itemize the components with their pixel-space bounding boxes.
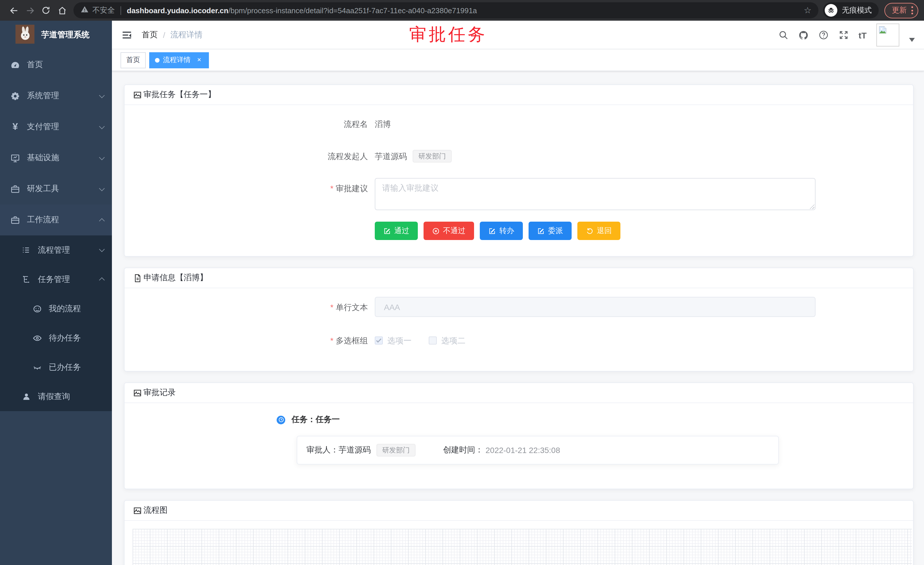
undo-icon bbox=[586, 227, 593, 234]
sidebar-item-label: 已办任务 bbox=[49, 362, 81, 373]
chevron-down-icon bbox=[99, 123, 105, 129]
sidebar-item-workflow[interactable]: 工作流程 bbox=[0, 204, 112, 236]
sidebar-item-leave-query[interactable]: 请假查询 bbox=[0, 382, 112, 411]
briefcase-icon bbox=[10, 215, 20, 225]
picture-icon bbox=[133, 388, 142, 397]
search-icon[interactable] bbox=[778, 30, 789, 40]
chevron-down-icon bbox=[99, 92, 105, 98]
close-icon[interactable]: × bbox=[195, 56, 203, 64]
warning-icon[interactable] bbox=[80, 5, 89, 16]
record-detail-card: 审批人： 芋道源码 研发部门 创建时间： 2022-01-21 22:35:08 bbox=[297, 436, 779, 464]
incognito-badge: 无痕模式 bbox=[823, 2, 879, 18]
hamburger-icon[interactable] bbox=[121, 29, 133, 41]
browser-menu-icon[interactable] bbox=[911, 6, 913, 14]
card-title: 审批任务【任务一】 bbox=[144, 90, 216, 100]
sidebar-item-todo-tasks[interactable]: 待办任务 bbox=[0, 323, 112, 353]
form-row-checkbox: *多选框组 选项一 选项二 bbox=[136, 330, 902, 351]
list-icon bbox=[21, 245, 31, 255]
tab-label: 首页 bbox=[126, 55, 140, 65]
annotation-text: 审批任务 bbox=[409, 23, 487, 47]
broken-image-icon bbox=[878, 25, 887, 35]
circle-x-icon bbox=[432, 227, 440, 234]
dept-tag: 研发部门 bbox=[376, 444, 416, 457]
suggestion-textarea[interactable] bbox=[375, 178, 816, 210]
sidebar-item-label: 我的流程 bbox=[49, 304, 81, 314]
browser-update-button[interactable]: 更新 bbox=[884, 3, 918, 18]
reload-icon[interactable] bbox=[38, 2, 54, 18]
sidebar: 芋道管理系统 首页 系统管理 ¥ 支付管理 bbox=[0, 21, 112, 565]
help-icon[interactable] bbox=[818, 30, 829, 40]
avatar[interactable] bbox=[876, 24, 899, 47]
sidebar-item-label: 请假查询 bbox=[38, 391, 70, 402]
approval-records-card: 审批记录 任务：任务一 审批人： 芋道源码 研发部门 bbox=[124, 382, 914, 489]
approver-name: 芋道源码 bbox=[339, 445, 371, 455]
breadcrumb-home[interactable]: 首页 bbox=[142, 30, 158, 40]
flow-chart-card: 流程图 bbox=[124, 500, 914, 565]
sidebar-item-home[interactable]: 首页 bbox=[0, 50, 112, 80]
document-icon bbox=[133, 273, 142, 282]
sidebar-item-done-tasks[interactable]: 已办任务 bbox=[0, 353, 112, 382]
home-icon[interactable] bbox=[54, 2, 70, 18]
single-line-text-input[interactable] bbox=[375, 297, 816, 317]
yen-icon: ¥ bbox=[10, 122, 20, 132]
field-label: *审批建议 bbox=[136, 178, 375, 210]
checkbox-option-2[interactable]: 选项二 bbox=[429, 330, 465, 351]
monitor-icon bbox=[10, 153, 20, 163]
approve-button[interactable]: 通过 bbox=[375, 222, 418, 240]
chevron-down-icon bbox=[99, 246, 105, 252]
github-icon[interactable] bbox=[798, 30, 808, 40]
eye-closed-icon bbox=[32, 362, 42, 372]
sidebar-item-my-process[interactable]: 我的流程 bbox=[0, 294, 112, 323]
chevron-up-icon bbox=[99, 277, 105, 283]
create-time-value: 2022-01-21 22:35:08 bbox=[486, 446, 560, 455]
sidebar-item-label: 流程管理 bbox=[38, 245, 70, 255]
navbar: 首页 / 流程详情 审批任务 bbox=[112, 21, 924, 50]
approval-task-card: 审批任务【任务一】 流程名 滔博 流程发起人 芋道源码 研发部门 bbox=[124, 84, 914, 257]
bookmark-star-icon[interactable]: ☆ bbox=[804, 5, 812, 15]
bpmn-canvas[interactable] bbox=[133, 529, 912, 565]
card-body: *单行文本 *多选框组 选项一 bbox=[124, 288, 913, 371]
update-label[interactable]: 更新 bbox=[892, 5, 907, 15]
apply-info-card: 申请信息【滔博】 *单行文本 *多选框组 bbox=[124, 267, 914, 371]
sidebar-item-label: 研发工具 bbox=[27, 184, 59, 194]
url-text[interactable]: dashboard.yudao.iocoder.cn/bpm/process-i… bbox=[127, 6, 477, 15]
sidebar-item-task-mgmt[interactable]: 任务管理 bbox=[0, 265, 112, 294]
address-bar[interactable]: 不安全 dashboard.yudao.iocoder.cn/bpm/proce… bbox=[74, 2, 818, 18]
incognito-icon bbox=[825, 4, 837, 17]
picture-icon bbox=[133, 90, 142, 99]
sidebar-item-process-mgmt[interactable]: 流程管理 bbox=[0, 236, 112, 265]
checkbox-unchecked-icon bbox=[429, 337, 437, 344]
field-label: 流程名 bbox=[136, 114, 375, 134]
navbar-actions: tT bbox=[778, 21, 915, 50]
checkbox-label: 选项一 bbox=[387, 330, 411, 351]
sidebar-item-system[interactable]: 系统管理 bbox=[0, 80, 112, 111]
tags-view-bar: 首页 流程详情 × bbox=[112, 50, 924, 71]
active-dot bbox=[155, 58, 159, 62]
forward-icon[interactable] bbox=[22, 2, 38, 18]
caret-down-icon[interactable] bbox=[909, 34, 915, 44]
logo[interactable]: 芋道管理系统 bbox=[0, 21, 112, 50]
dept-tag: 研发部门 bbox=[412, 150, 452, 162]
card-body bbox=[124, 521, 913, 565]
fullscreen-icon[interactable] bbox=[838, 30, 849, 40]
reject-button[interactable]: 不通过 bbox=[423, 222, 474, 240]
sidebar-item-pay[interactable]: ¥ 支付管理 bbox=[0, 111, 112, 143]
tab-home[interactable]: 首页 bbox=[120, 52, 146, 68]
font-size-icon[interactable]: tT bbox=[859, 30, 867, 40]
field-label: *单行文本 bbox=[136, 297, 375, 317]
sidebar-item-devtools[interactable]: 研发工具 bbox=[0, 173, 112, 204]
back-icon[interactable] bbox=[6, 2, 22, 18]
timeline-item: 任务：任务一 bbox=[277, 415, 902, 425]
sidebar-item-infra[interactable]: 基础设施 bbox=[0, 143, 112, 173]
checkbox-group: 选项一 选项二 bbox=[375, 330, 483, 351]
chevron-up-icon bbox=[99, 218, 105, 224]
tab-process-detail[interactable]: 流程详情 × bbox=[149, 52, 209, 68]
card-title: 申请信息【滔博】 bbox=[144, 273, 208, 283]
picture-icon bbox=[133, 506, 142, 515]
checkbox-option-1[interactable]: 选项一 bbox=[375, 330, 411, 351]
delegate-button[interactable]: 委派 bbox=[529, 222, 572, 240]
transfer-button[interactable]: 转办 bbox=[480, 222, 523, 240]
return-button[interactable]: 退回 bbox=[578, 222, 620, 240]
security-label[interactable]: 不安全 bbox=[92, 5, 115, 15]
app-title: 芋道管理系统 bbox=[41, 30, 90, 40]
